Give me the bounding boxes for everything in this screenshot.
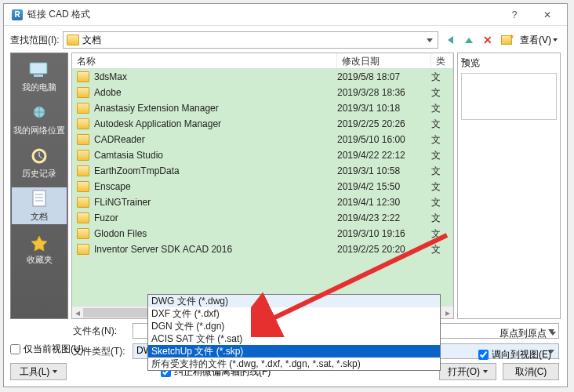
network-icon	[27, 103, 52, 123]
sidebar-item-computer[interactable]: 我的电脑	[12, 58, 67, 95]
file-name: EarthZoomTmpData	[94, 165, 337, 176]
chevron-down-icon[interactable]	[550, 332, 556, 336]
filename-label: 文件名(N):	[73, 325, 129, 338]
favorites-icon	[27, 232, 52, 252]
dropdown-option[interactable]: 所有受支持的文件 (*.dwg, *.dxf, *.dgn, *.sat, *.…	[148, 358, 440, 370]
file-row[interactable]: Glodon Files2019/3/10 19:16文	[72, 226, 453, 241]
file-row[interactable]: FLiNGTrainer2019/4/1 12:30文	[72, 194, 453, 210]
close-button[interactable]: ✕	[531, 4, 564, 26]
file-row[interactable]: Anastasiy Extension Manager2019/3/1 10:1…	[72, 100, 453, 116]
tools-button[interactable]: 工具(L)	[10, 363, 67, 380]
file-row[interactable]: Enscape2019/4/2 15:50文	[72, 179, 453, 194]
file-date: 2019/5/8 18:07	[337, 71, 431, 82]
file-row[interactable]: Inventor Server SDK ACAD 20162019/2/25 2…	[72, 241, 453, 257]
view-label: 查看(V)	[520, 34, 551, 47]
file-list-header: 名称 修改日期 类	[72, 53, 453, 69]
file-date: 2019/3/28 18:36	[337, 87, 431, 98]
file-type: 文	[431, 149, 453, 162]
file-name: Autodesk Application Manager	[94, 118, 337, 129]
dropdown-option[interactable]: DGN 文件 (*.dgn)	[148, 320, 440, 332]
file-date: 2019/3/1 10:58	[337, 165, 431, 176]
file-type: 文	[431, 118, 453, 131]
file-name: FLiNGTrainer	[94, 197, 337, 208]
delete-button[interactable]: ✕	[479, 31, 496, 49]
history-icon	[27, 146, 52, 166]
open-button[interactable]: 打开(O)	[439, 363, 496, 380]
file-row[interactable]: CADReader2019/5/10 16:00文	[72, 132, 453, 147]
sidebar-label: 收藏夹	[27, 254, 53, 266]
file-name: 3dsMax	[94, 71, 337, 82]
checkbox-input[interactable]	[478, 350, 489, 360]
scroll-right-icon[interactable]: ▸	[442, 307, 453, 318]
chevron-down-icon[interactable]	[423, 34, 436, 46]
file-row[interactable]: 3dsMax2019/5/8 18:07文	[72, 69, 453, 85]
folder-icon	[77, 134, 89, 145]
file-row[interactable]: Adobe2019/3/28 18:36文	[72, 85, 453, 100]
document-icon	[27, 189, 52, 209]
window-title: 链接 CAD 格式	[27, 8, 498, 21]
orient-to-view-checkbox[interactable]: 调向到视图(E)	[478, 348, 551, 361]
up-button[interactable]	[460, 31, 478, 49]
lookin-combo[interactable]: 文档	[63, 31, 438, 49]
back-button[interactable]	[441, 31, 459, 49]
dropdown-option[interactable]: DWG 文件 (*.dwg)	[148, 295, 440, 307]
dropdown-option[interactable]: DXF 文件 (*.dxf)	[148, 307, 440, 320]
preview-label: 预览	[461, 56, 557, 70]
sidebar-label: 文档	[31, 211, 48, 223]
help-button[interactable]: ?	[498, 4, 531, 26]
preview-area	[461, 73, 557, 120]
svg-rect-0	[30, 63, 47, 74]
checkbox-input[interactable]	[10, 344, 20, 354]
folder-icon	[77, 228, 89, 239]
file-name: Adobe	[94, 87, 337, 98]
file-name: Fuzor	[94, 212, 337, 223]
new-folder-button[interactable]	[498, 31, 515, 49]
title-bar: R 链接 CAD 格式 ? ✕	[4, 4, 567, 26]
col-date[interactable]: 修改日期	[337, 53, 431, 68]
col-type[interactable]: 类	[431, 53, 453, 68]
folder-icon	[77, 212, 89, 223]
only-current-view-checkbox[interactable]: 仅当前视图(U)	[10, 343, 84, 356]
file-row[interactable]: EarthZoomTmpData2019/3/1 10:58文	[72, 163, 453, 179]
file-date: 2019/3/1 10:18	[337, 103, 431, 114]
svg-rect-4	[33, 191, 45, 206]
file-date: 2019/4/22 22:12	[337, 150, 431, 161]
folder-icon	[77, 165, 89, 176]
view-menu-button[interactable]: 查看(V)	[517, 31, 561, 49]
file-name: Inventor Server SDK ACAD 2016	[94, 244, 337, 255]
file-name: Glodon Files	[94, 228, 337, 239]
file-date: 2019/5/10 16:00	[337, 134, 431, 145]
open-label: 打开(O)	[448, 365, 480, 379]
file-row[interactable]: Autodesk Application Manager2019/2/25 20…	[72, 116, 453, 132]
file-date: 2019/2/25 20:26	[337, 118, 431, 129]
scroll-left-icon[interactable]: ◂	[72, 307, 83, 318]
folder-icon	[77, 87, 89, 98]
file-date: 2019/4/23 2:22	[337, 212, 431, 223]
chevron-down-icon	[53, 370, 57, 373]
file-row[interactable]: Fuzor2019/4/23 2:22文	[72, 210, 453, 226]
sidebar-item-history[interactable]: 历史记录	[12, 144, 67, 181]
folder-icon	[77, 150, 89, 161]
computer-icon	[27, 60, 52, 80]
file-date: 2019/3/10 19:16	[337, 228, 431, 239]
file-list[interactable]: 3dsMax2019/5/8 18:07文Adobe2019/3/28 18:3…	[72, 69, 453, 306]
file-type: 文	[431, 165, 453, 178]
folder-icon	[77, 244, 89, 255]
folder-icon	[77, 118, 89, 129]
file-row[interactable]: Camtasia Studio2019/4/22 22:12文	[72, 147, 453, 163]
file-name: Camtasia Studio	[94, 150, 337, 161]
sidebar-item-favorites[interactable]: 收藏夹	[12, 230, 67, 267]
file-name: Enscape	[94, 181, 337, 192]
checkbox-label: 调向到视图(E)	[492, 348, 551, 361]
cancel-button[interactable]: 取消(C)	[503, 363, 559, 380]
file-type: 文	[431, 212, 453, 225]
sidebar-item-documents[interactable]: 文档	[12, 187, 67, 224]
folder-icon	[77, 71, 89, 82]
filetype-dropdown-list[interactable]: DWG 文件 (*.dwg) DXF 文件 (*.dxf) DGN 文件 (*.…	[147, 294, 441, 371]
file-name: Anastasiy Extension Manager	[94, 103, 337, 114]
sidebar-item-network[interactable]: 我的网络位置	[12, 101, 67, 138]
dropdown-option-highlighted[interactable]: SketchUp 文件 (*.skp)	[148, 345, 440, 358]
dropdown-option[interactable]: ACIS SAT 文件 (*.sat)	[148, 332, 440, 345]
chevron-down-icon	[553, 38, 558, 42]
col-name[interactable]: 名称	[72, 53, 337, 68]
